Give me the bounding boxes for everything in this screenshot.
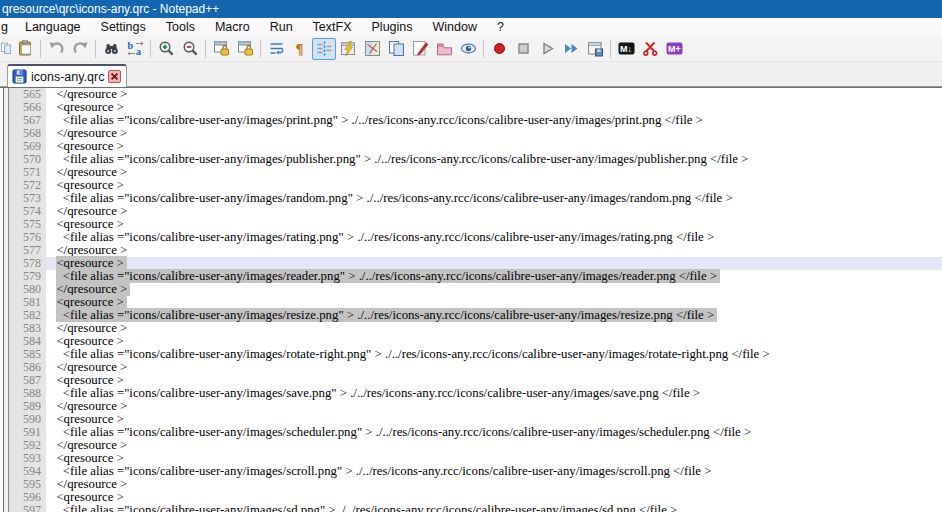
menu-item-settings[interactable]: Settings — [91, 20, 156, 34]
menu-item-tools[interactable]: Tools — [156, 20, 205, 34]
macro-play-icon[interactable] — [535, 38, 559, 60]
code-line-595[interactable]: </qresource > — [46, 478, 942, 491]
selected-text: <file alias ="icons/calibre-user-any/ima… — [56, 269, 720, 283]
zoom-out-icon[interactable] — [178, 38, 202, 60]
code-line-577[interactable]: </qresource > — [46, 244, 942, 257]
redo-icon[interactable] — [68, 38, 92, 60]
indent-guide-icon[interactable] — [312, 38, 336, 60]
code-line-571[interactable]: </qresource > — [46, 166, 942, 179]
notepad-plus-plus-window: qresource\qrc\icons-any.qrc - Notepad++ … — [0, 0, 942, 513]
zoom-in-icon[interactable] — [154, 38, 178, 60]
word-wrap-icon[interactable] — [264, 38, 288, 60]
code-line-588[interactable]: <file alias ="icons/calibre-user-any/ima… — [46, 387, 942, 400]
code-line-583[interactable]: </qresource > — [46, 322, 942, 335]
code-line-589[interactable]: </qresource > — [46, 400, 942, 413]
paste-icon[interactable] — [13, 38, 37, 60]
document-map-icon[interactable] — [360, 38, 384, 60]
menu-item-plugins[interactable]: Plugins — [362, 20, 423, 34]
line-number-margin: 5655665675685695705715725735745755765775… — [9, 88, 46, 512]
code-line-594[interactable]: <file alias ="icons/calibre-user-any/ima… — [46, 465, 942, 478]
toolbar-separator — [205, 40, 206, 58]
markdown-plus-icon[interactable]: M+ — [662, 38, 686, 60]
file-monitoring-icon[interactable] — [456, 38, 480, 60]
toolbar-separator — [483, 40, 484, 58]
selected-text: <qresource > — [56, 256, 126, 270]
code-line-570[interactable]: <file alias ="icons/calibre-user-any/ima… — [46, 153, 942, 166]
code-line-586[interactable]: </qresource > — [46, 361, 942, 374]
toolbar-separator — [150, 40, 151, 58]
toolbar-separator — [95, 40, 96, 58]
code-line-574[interactable]: </qresource > — [46, 205, 942, 218]
code-line-573[interactable]: <file alias ="icons/calibre-user-any/ima… — [46, 192, 942, 205]
code-line-576[interactable]: <file alias ="icons/calibre-user-any/ima… — [46, 231, 942, 244]
tab-bar: icons-any.qrc — [0, 62, 942, 87]
code-line-592[interactable]: </qresource > — [46, 439, 942, 452]
menu-item-[interactable]: ? — [487, 20, 514, 34]
tab-close-icon[interactable] — [108, 70, 121, 83]
edit-marker-icon[interactable] — [408, 38, 432, 60]
saved-file-icon — [12, 69, 27, 84]
document-switcher-icon[interactable] — [384, 38, 408, 60]
menu-item-g[interactable]: g — [0, 20, 15, 34]
toolbar-separator — [40, 40, 41, 58]
code-line-580[interactable]: </qresource > — [46, 283, 942, 296]
sync-horizontal-scroll-icon[interactable] — [233, 38, 257, 60]
replace-icon[interactable]: ba — [123, 38, 147, 60]
toolbar-separator — [260, 40, 261, 58]
sync-vertical-scroll-icon[interactable] — [209, 38, 233, 60]
code-line-579[interactable]: <file alias ="icons/calibre-user-any/ima… — [46, 270, 942, 283]
menu-item-language[interactable]: Language — [15, 20, 91, 34]
menu-item-window[interactable]: Window — [423, 20, 487, 34]
macro-run-multiple-icon[interactable] — [559, 38, 583, 60]
editor-pane[interactable]: 5655665675685695705715725735745755765775… — [0, 87, 942, 512]
find-icon[interactable] — [99, 38, 123, 60]
menu-item-run[interactable]: Run — [260, 20, 303, 34]
code-line-585[interactable]: <file alias ="icons/calibre-user-any/ima… — [46, 348, 942, 361]
copy-icon[interactable] — [0, 38, 13, 60]
svg-text:M↓: M↓ — [620, 44, 632, 54]
title-bar[interactable]: qresource\qrc\icons-any.qrc - Notepad++ — [0, 0, 942, 18]
code-area[interactable]: </qresource > <qresource > <file alias =… — [46, 88, 942, 512]
toolbar: ba¶M↓M+ — [0, 36, 942, 62]
svg-text:b: b — [127, 40, 133, 51]
window-title: qresource\qrc\icons-any.qrc - Notepad++ — [2, 2, 219, 16]
line-number: 597 — [9, 504, 41, 512]
code-line-565[interactable]: </qresource > — [46, 88, 942, 101]
toolbar-separator — [610, 40, 611, 58]
tab-icons-any-qrc[interactable]: icons-any.qrc — [7, 64, 127, 87]
code-line-597[interactable]: <file alias ="icons/calibre-user-any/ima… — [46, 504, 942, 512]
folder-as-workspace-icon[interactable] — [432, 38, 456, 60]
code-line-582[interactable]: <file alias ="icons/calibre-user-any/ima… — [46, 309, 942, 322]
plugin-scissors-icon[interactable] — [638, 38, 662, 60]
selected-text: <qresource > — [56, 295, 126, 309]
menu-item-textfx[interactable]: TextFX — [303, 20, 362, 34]
svg-text:¶: ¶ — [295, 41, 303, 57]
menu-item-macro[interactable]: Macro — [205, 20, 260, 34]
code-line-567[interactable]: <file alias ="icons/calibre-user-any/ima… — [46, 114, 942, 127]
menu-bar: gLanguageSettingsToolsMacroRunTextFXPlug… — [0, 18, 942, 36]
function-list-icon[interactable] — [336, 38, 360, 60]
code-line-591[interactable]: <file alias ="icons/calibre-user-any/ima… — [46, 426, 942, 439]
svg-text:a: a — [136, 46, 141, 57]
undo-icon[interactable] — [44, 38, 68, 60]
macro-stop-icon[interactable] — [511, 38, 535, 60]
markdown-viewer-icon[interactable]: M↓ — [614, 38, 638, 60]
selected-text: <file alias ="icons/calibre-user-any/ima… — [56, 308, 717, 322]
svg-text:M+: M+ — [668, 44, 681, 54]
tab-label: icons-any.qrc — [31, 70, 104, 84]
macro-save-icon[interactable] — [583, 38, 607, 60]
show-all-characters-icon[interactable]: ¶ — [288, 38, 312, 60]
code-line-568[interactable]: </qresource > — [46, 127, 942, 140]
selected-text: </qresource > — [56, 282, 130, 296]
macro-record-icon[interactable] — [487, 38, 511, 60]
